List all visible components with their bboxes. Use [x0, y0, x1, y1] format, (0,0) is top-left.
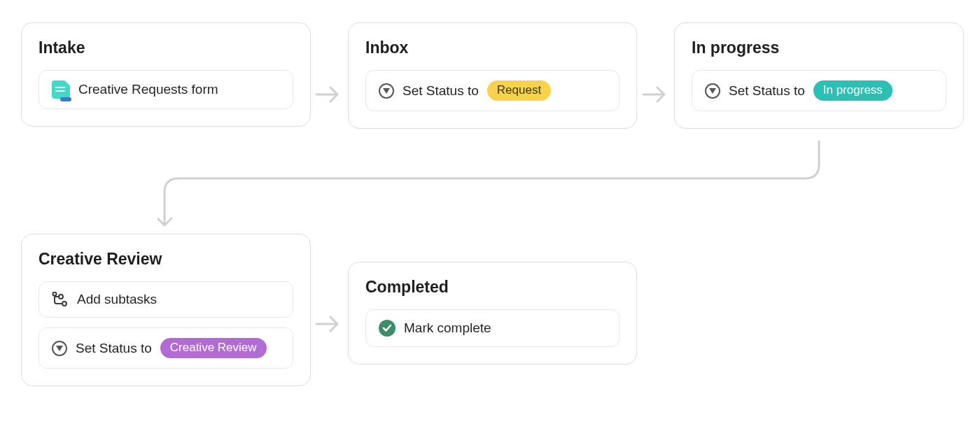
- stage-card-intake: Intake Creative Requests form: [21, 22, 311, 127]
- check-circle-icon: [379, 320, 396, 337]
- stage-card-in-progress: In progress Set Status to In progress: [674, 22, 964, 129]
- status-badge-creative-review: Creative Review: [160, 338, 267, 358]
- set-status-label: Set Status to: [76, 341, 152, 356]
- svg-marker-3: [709, 88, 716, 94]
- arrow-inprogress-to-creative-review: [158, 140, 822, 238]
- rule-row-set-status-creative-review[interactable]: Set Status to Creative Review: [38, 327, 293, 369]
- stage-card-creative-review: Creative Review Add subtasks Set Status …: [21, 234, 311, 386]
- trigger-dropdown-icon: [705, 83, 720, 99]
- stage-title-in-progress: In progress: [692, 38, 946, 57]
- set-status-label: Set Status to: [402, 83, 479, 99]
- status-badge-request: Request: [487, 80, 551, 101]
- stage-title-inbox: Inbox: [365, 38, 620, 57]
- svg-point-5: [62, 302, 66, 306]
- set-status-label: Set Status to: [729, 83, 805, 99]
- stage-title-intake: Intake: [38, 38, 293, 57]
- form-icon: [52, 80, 70, 99]
- arrow-creative-review-to-completed: [315, 313, 344, 334]
- subtasks-icon: [52, 292, 69, 307]
- arrow-intake-to-inbox: [315, 84, 344, 105]
- rule-row-add-subtasks[interactable]: Add subtasks: [38, 281, 293, 318]
- mark-complete-label: Mark complete: [404, 320, 491, 336]
- rule-row-set-status-request[interactable]: Set Status to Request: [365, 70, 620, 111]
- stage-card-inbox: Inbox Set Status to Request: [348, 22, 637, 129]
- stage-title-creative-review: Creative Review: [38, 250, 293, 269]
- stage-card-completed: Completed Mark complete: [348, 262, 637, 365]
- trigger-dropdown-icon: [379, 83, 394, 99]
- svg-marker-1: [383, 88, 390, 94]
- stage-title-completed: Completed: [365, 278, 620, 297]
- svg-point-4: [53, 292, 57, 296]
- add-subtasks-label: Add subtasks: [77, 292, 157, 307]
- rule-row-set-status-in-progress[interactable]: Set Status to In progress: [692, 70, 946, 111]
- form-row-creative-requests[interactable]: Creative Requests form: [38, 70, 293, 109]
- arrow-inbox-to-inprogress: [642, 84, 671, 105]
- status-badge-in-progress: In progress: [813, 80, 892, 101]
- form-label: Creative Requests form: [78, 82, 218, 97]
- trigger-dropdown-icon: [52, 341, 67, 356]
- svg-marker-7: [56, 346, 63, 351]
- rule-row-mark-complete[interactable]: Mark complete: [365, 309, 620, 347]
